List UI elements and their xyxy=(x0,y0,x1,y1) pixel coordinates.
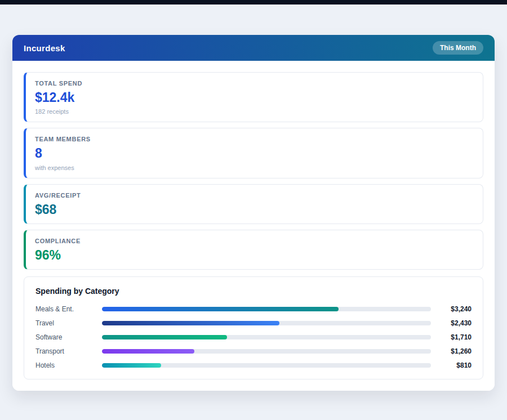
bar-fill xyxy=(102,321,279,325)
stat-value: 96% xyxy=(35,248,474,262)
bar-track xyxy=(102,307,431,311)
stat-card-avg-receipt: AVG/RECEIPT$68 xyxy=(24,184,483,224)
stat-value: $68 xyxy=(35,203,474,217)
category-value: $1,260 xyxy=(431,347,472,355)
category-value: $810 xyxy=(431,361,472,369)
spending-chart-card: Spending by Category Meals & Ent.$3,240T… xyxy=(24,276,483,379)
app-header: Incurdesk This Month xyxy=(12,35,495,61)
category-value: $3,240 xyxy=(431,305,472,313)
stat-subtext: with expenses xyxy=(35,164,474,171)
category-label: Hotels xyxy=(35,361,102,369)
bar-fill xyxy=(102,335,227,339)
chart-rows: Meals & Ent.$3,240Travel$2,430Software$1… xyxy=(35,304,472,370)
category-label: Travel xyxy=(35,319,102,327)
stat-label: TOTAL SPEND xyxy=(35,80,474,87)
stat-label: COMPLIANCE xyxy=(35,238,474,244)
stat-value: 8 xyxy=(35,146,474,160)
chart-row: Software$1,710 xyxy=(35,332,472,342)
stat-card-compliance: COMPLIANCE96% xyxy=(24,230,483,270)
stat-card-total-spend: TOTAL SPEND$12.4k182 receipts xyxy=(24,72,483,122)
top-strip xyxy=(0,0,507,5)
bar-fill xyxy=(102,363,161,368)
bar-track xyxy=(102,349,431,354)
app-main: TOTAL SPEND$12.4k182 receiptsTEAM MEMBER… xyxy=(12,61,495,391)
chart-title: Spending by Category xyxy=(35,287,472,296)
stat-subtext: 182 receipts xyxy=(35,108,474,115)
bar-track xyxy=(102,321,431,325)
category-label: Meals & Ent. xyxy=(35,305,102,313)
category-value: $1,710 xyxy=(431,333,472,341)
category-label: Transport xyxy=(35,347,102,355)
category-label: Software xyxy=(35,333,102,341)
bar-fill xyxy=(102,349,194,354)
chart-row: Hotels$810 xyxy=(35,360,472,370)
bar-fill xyxy=(102,307,339,311)
app-title: Incurdesk xyxy=(24,43,65,53)
bar-track xyxy=(102,363,431,368)
category-value: $2,430 xyxy=(431,319,472,327)
stat-label: AVG/RECEIPT xyxy=(35,192,474,199)
period-badge[interactable]: This Month xyxy=(433,41,483,55)
stat-card-team-members: TEAM MEMBERS8with expenses xyxy=(24,128,483,178)
chart-row: Transport$1,260 xyxy=(35,346,472,356)
chart-row: Travel$2,430 xyxy=(35,318,472,328)
stat-label: TEAM MEMBERS xyxy=(35,136,474,142)
app-card: Incurdesk This Month TOTAL SPEND$12.4k18… xyxy=(12,35,495,391)
chart-row: Meals & Ent.$3,240 xyxy=(35,304,472,314)
stat-value: $12.4k xyxy=(35,91,474,105)
bar-track xyxy=(102,335,431,339)
stats-section: TOTAL SPEND$12.4k182 receiptsTEAM MEMBER… xyxy=(24,72,483,270)
